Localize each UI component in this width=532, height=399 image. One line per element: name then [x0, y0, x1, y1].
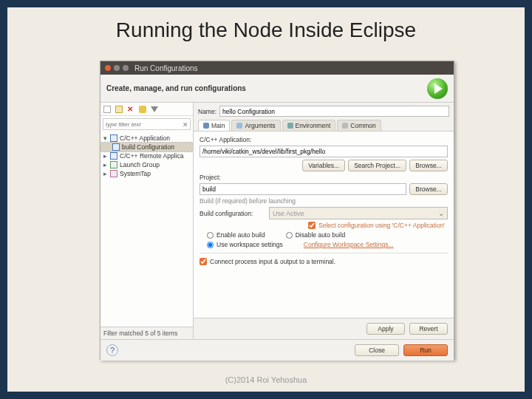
- name-label: Name:: [198, 108, 216, 115]
- tab-label: Arguments: [245, 122, 275, 129]
- use-workspace-radio[interactable]: Use workspace settings: [207, 241, 283, 248]
- filter-icon[interactable]: [151, 106, 158, 112]
- tab-main[interactable]: Main: [198, 120, 230, 131]
- duplicate-config-icon[interactable]: [115, 106, 123, 113]
- left-toolbar: ✕: [100, 103, 193, 116]
- variables-button[interactable]: Variables...: [302, 160, 345, 171]
- run-icon: [427, 78, 448, 99]
- caret-down-icon: ▾: [102, 134, 108, 142]
- tree-label: C/C++ Application: [120, 134, 170, 142]
- tree-label: Launch Group: [120, 161, 160, 168]
- filter-box[interactable]: ⨯: [103, 118, 191, 130]
- header-bar: Create, manage, and run configurations: [100, 75, 454, 103]
- copyright: (C)2014 Roi Yehoshua: [7, 375, 525, 384]
- clear-filter-icon[interactable]: ⨯: [181, 120, 190, 128]
- slide-title: Running the Node Inside Eclipse: [7, 18, 525, 42]
- run-button[interactable]: Run: [403, 344, 448, 356]
- maximize-icon[interactable]: [123, 65, 129, 71]
- delete-config-icon[interactable]: ✕: [127, 106, 134, 113]
- browse-project-button[interactable]: Browse...: [409, 183, 448, 195]
- tab-common[interactable]: Common: [337, 120, 381, 131]
- environment-tab-icon: [287, 123, 293, 129]
- arguments-tab-icon: [236, 123, 242, 129]
- enable-auto-build-radio[interactable]: Enable auto build: [207, 231, 265, 239]
- close-icon[interactable]: [105, 65, 111, 71]
- close-button[interactable]: Close: [355, 344, 399, 356]
- search-project-button[interactable]: Search Project...: [348, 160, 406, 171]
- tree-node-launch-group[interactable]: ▸ Launch Group: [100, 160, 193, 169]
- revert-button[interactable]: Revert: [409, 323, 448, 335]
- disable-auto-build-radio[interactable]: Disable auto build: [286, 231, 346, 239]
- select-cfg-label: Select configuration using 'C/C++ Applic…: [318, 222, 445, 229]
- tab-arguments[interactable]: Arguments: [231, 120, 280, 131]
- window-title: Run Configurations: [134, 64, 198, 72]
- minimize-icon[interactable]: [114, 65, 120, 71]
- tree-node-systemtap[interactable]: ▸ SystemTap: [100, 169, 193, 178]
- tab-label: Main: [211, 122, 225, 129]
- run-config-dialog: Run Configurations Create, manage, and r…: [100, 61, 454, 360]
- titlebar: Run Configurations: [100, 61, 454, 75]
- before-launch-label: Build (if required) before launching: [200, 197, 448, 205]
- build-cfg-combo[interactable]: Use Active: [269, 207, 448, 219]
- filter-input[interactable]: [103, 121, 181, 128]
- caret-right-icon: ▸: [102, 161, 108, 168]
- lock-icon[interactable]: [139, 106, 146, 113]
- caret-right-icon: ▸: [102, 170, 108, 177]
- project-input[interactable]: [200, 183, 406, 195]
- caret-right-icon: ▸: [102, 152, 108, 160]
- apply-button[interactable]: Apply: [366, 323, 405, 335]
- app-path-input[interactable]: [200, 146, 448, 157]
- terminal-checkbox[interactable]: [200, 258, 207, 265]
- common-tab-icon: [342, 123, 348, 129]
- tree-label: SystemTap: [120, 170, 151, 177]
- tree-node-cpp-app[interactable]: ▾ C/C++ Application: [100, 134, 193, 143]
- terminal-label: Connect process input & output to a term…: [210, 258, 335, 265]
- systemtap-icon: [110, 170, 117, 177]
- tree-label: C/C++ Remote Applica: [120, 152, 183, 160]
- launch-group-icon: [110, 161, 117, 168]
- name-input[interactable]: [219, 106, 449, 117]
- select-cfg-checkbox[interactable]: [308, 222, 316, 229]
- filter-match-count: Filter matched 5 of 5 items: [100, 327, 193, 339]
- header-text: Create, manage, and run configurations: [106, 84, 246, 92]
- cpp-remote-icon: [110, 152, 117, 160]
- workspace-settings-link[interactable]: Configure Workspace Settings...: [304, 241, 394, 248]
- tab-bar: Main Arguments Environment Common: [194, 120, 454, 132]
- cpp-app-icon: [110, 134, 117, 142]
- right-pane: Name: Main Arguments Environment Common …: [194, 103, 454, 339]
- cpp-app-icon: [112, 143, 120, 151]
- help-icon[interactable]: ?: [106, 344, 118, 356]
- left-pane: ✕ ⨯ ▾ C/C++ Application bu: [100, 103, 194, 339]
- project-label: Project:: [200, 174, 448, 181]
- tree-label: build Configuration: [122, 143, 174, 151]
- build-cfg-label: Build configuration:: [200, 210, 266, 217]
- tab-label: Common: [350, 122, 375, 129]
- tab-label: Environment: [296, 122, 331, 129]
- main-tab-icon: [203, 123, 209, 129]
- config-tree: ▾ C/C++ Application build Configuration …: [100, 132, 193, 327]
- browse-app-button[interactable]: Browse...: [409, 160, 448, 171]
- tree-node-build-config[interactable]: build Configuration: [100, 143, 193, 151]
- tree-node-cpp-remote[interactable]: ▸ C/C++ Remote Applica: [100, 151, 193, 160]
- tab-environment[interactable]: Environment: [282, 120, 336, 131]
- new-config-icon[interactable]: [103, 106, 111, 113]
- app-label: C/C++ Application:: [200, 136, 448, 143]
